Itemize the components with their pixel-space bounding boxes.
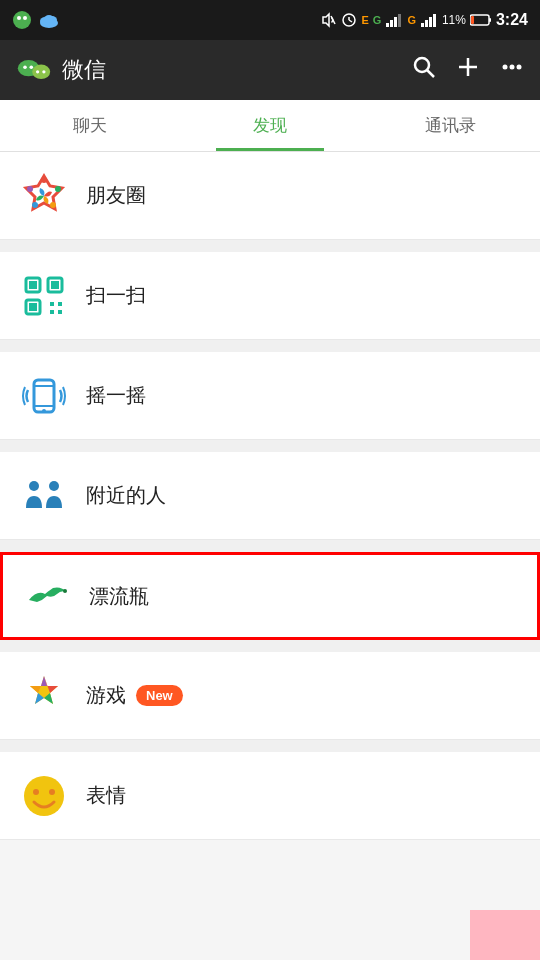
tab-bar: 聊天 发现 通讯录 [0,100,540,152]
emotion-icon [20,772,68,820]
svg-point-33 [510,65,515,70]
status-bar: E G G 11% 3:24 [0,0,540,40]
menu-item-shake[interactable]: 摇一摇 [0,352,540,440]
menu-item-emotion[interactable]: 表情 [0,752,540,840]
svg-point-6 [44,15,54,23]
nearby-label: 附近的人 [86,482,166,509]
title-left: 微信 [16,52,106,88]
menu-item-game[interactable]: 游戏 New [0,652,540,740]
svg-point-37 [50,202,56,208]
svg-point-55 [49,481,59,491]
svg-point-36 [55,186,61,192]
svg-line-29 [427,70,434,77]
svg-rect-50 [34,380,54,412]
game-label: 游戏 [86,682,126,709]
svg-rect-16 [425,20,428,27]
battery-percent: 11% [442,13,466,27]
separator-2 [0,340,540,352]
drift-icon [23,572,71,620]
separator-6 [0,740,540,752]
pink-box [470,910,540,960]
svg-rect-48 [50,310,54,314]
title-icons [412,55,524,85]
svg-rect-47 [58,302,62,306]
svg-point-26 [36,70,39,73]
svg-rect-21 [471,16,474,24]
svg-point-32 [503,65,508,70]
status-left-icons [12,10,60,30]
menu-item-drift[interactable]: 漂流瓶 [0,552,540,640]
clock-icon [341,12,357,28]
svg-rect-18 [433,14,436,27]
moments-label: 朋友圈 [86,182,146,209]
svg-point-57 [24,776,64,816]
svg-point-2 [23,16,27,20]
svg-point-25 [30,66,34,70]
shake-icon [20,372,68,420]
cloud-icon [38,11,60,29]
signal-bars-2 [420,13,438,27]
svg-rect-45 [29,303,37,311]
svg-rect-17 [429,17,432,27]
svg-rect-46 [50,302,54,306]
title-bar: 微信 [0,40,540,100]
menu-item-moments[interactable]: 朋友圈 [0,152,540,240]
svg-rect-43 [51,281,59,289]
add-button[interactable] [456,55,480,85]
svg-rect-11 [386,23,389,27]
separator-1 [0,240,540,252]
status-time: 3:24 [496,11,528,29]
svg-point-28 [415,58,429,72]
svg-point-59 [49,789,55,795]
shake-label: 摇一摇 [86,382,146,409]
svg-rect-41 [29,281,37,289]
mute-icon [321,12,337,28]
svg-point-24 [23,66,27,70]
scan-icon [20,272,68,320]
game-icon [20,672,68,720]
svg-rect-14 [398,14,401,27]
svg-point-58 [33,789,39,795]
svg-point-56 [63,589,67,593]
svg-rect-12 [390,20,393,27]
svg-point-23 [32,65,50,79]
tab-contacts[interactable]: 通讯录 [360,100,540,151]
green-circle-icon [12,10,32,30]
more-button[interactable] [500,55,524,85]
drift-label: 漂流瓶 [89,583,149,610]
search-button[interactable] [412,55,436,85]
separator-5 [0,640,540,652]
new-badge: New [136,685,183,706]
svg-point-35 [41,177,47,183]
svg-line-10 [349,20,352,22]
tab-chat[interactable]: 聊天 [0,100,180,151]
svg-rect-49 [58,310,62,314]
network-e-icon: E [361,14,368,26]
network-6g-icon: G [373,14,382,26]
menu-list: 朋友圈 扫一扫 [0,152,540,840]
menu-item-nearby[interactable]: 附近的人 [0,452,540,540]
emotion-label: 表情 [86,782,126,809]
svg-rect-20 [489,18,491,22]
separator-3 [0,440,540,452]
svg-point-1 [17,16,21,20]
svg-rect-15 [421,23,424,27]
network-g-icon: G [407,14,416,26]
svg-point-54 [29,481,39,491]
svg-rect-13 [394,17,397,27]
nearby-icon [20,472,68,520]
tab-discover[interactable]: 发现 [180,100,360,151]
moments-icon [20,172,68,220]
menu-item-scan[interactable]: 扫一扫 [0,252,540,340]
app-title: 微信 [62,55,106,85]
signal-bars-1 [385,13,403,27]
separator-4 [0,540,540,552]
battery-icon [470,14,492,26]
svg-point-39 [27,186,33,192]
svg-point-27 [42,70,45,73]
svg-point-0 [13,11,31,29]
wechat-logo-icon [16,52,52,88]
svg-point-53 [42,409,46,413]
svg-point-34 [517,65,522,70]
svg-point-38 [32,202,38,208]
